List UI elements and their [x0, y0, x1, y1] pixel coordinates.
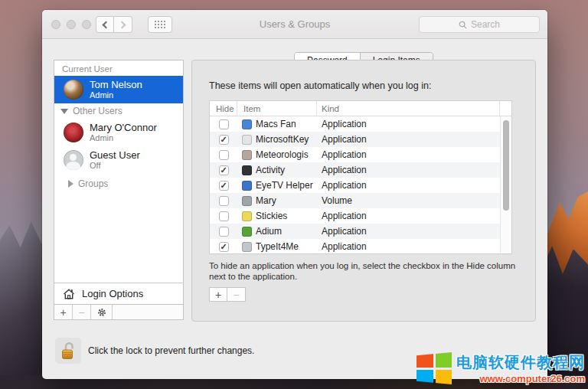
- sidebar-item-mary-oconnor[interactable]: Mary O'Connor Admin: [54, 119, 183, 146]
- search-icon: [459, 21, 467, 29]
- hide-checkbox[interactable]: [219, 227, 229, 237]
- item-kind: Application: [317, 180, 511, 191]
- table-header: Hide Item Kind: [210, 101, 511, 116]
- lock-button[interactable]: [55, 338, 81, 364]
- hide-checkbox[interactable]: [219, 211, 229, 221]
- search-placeholder: Search: [471, 19, 500, 30]
- watermark: 电脑软硬件教程网 www.computer26.com: [416, 352, 585, 384]
- item-name: Mary: [256, 195, 276, 206]
- groups-label: Groups: [78, 178, 108, 189]
- item-name: MicrosoftKey: [256, 134, 309, 145]
- hide-checkbox[interactable]: ✓: [219, 165, 229, 175]
- macs-fan-icon: [242, 119, 252, 129]
- column-header-kind[interactable]: Kind: [317, 101, 500, 116]
- hide-checkbox[interactable]: ✓: [219, 242, 229, 252]
- login-options-label: Login Options: [82, 288, 143, 299]
- item-name: Stickies: [256, 211, 287, 221]
- login-items-table: Hide Item Kind Macs Fan Application ✓ Mi…: [209, 100, 512, 254]
- volume-drive-icon: [242, 196, 252, 206]
- table-row[interactable]: ✓ TypeIt4Me Application: [210, 239, 511, 254]
- login-items-description: These items will open automatically when…: [209, 80, 431, 91]
- user-name: Guest User: [90, 149, 140, 161]
- other-users-label: Other Users: [73, 106, 122, 116]
- hide-note: To hide an application when you log in, …: [209, 260, 519, 282]
- avatar: [64, 150, 83, 170]
- eyetv-icon: [242, 181, 252, 191]
- item-kind: Application: [317, 165, 511, 175]
- table-row[interactable]: ✓ Activity Application: [210, 162, 511, 178]
- sidebar-item-tom-nelson[interactable]: Tom Nelson Admin: [54, 76, 183, 103]
- table-row[interactable]: Stickies Application: [210, 208, 511, 224]
- item-buttons: + −: [209, 287, 246, 302]
- unlocked-lock-icon: [59, 341, 77, 361]
- table-scrollbar[interactable]: [500, 116, 511, 253]
- login-options-button[interactable]: Login Options: [54, 283, 183, 304]
- hide-checkbox[interactable]: ✓: [219, 135, 229, 145]
- item-name: Adium: [256, 226, 282, 237]
- table-row[interactable]: Macs Fan Application: [210, 116, 511, 132]
- item-name: Activity: [256, 165, 285, 175]
- adium-icon: [242, 227, 252, 237]
- column-header-item[interactable]: Item: [237, 101, 317, 116]
- lock-caption: Click the lock to prevent further change…: [88, 345, 254, 356]
- table-row[interactable]: ✓ MicrosoftKey Application: [210, 132, 511, 147]
- watermark-site-url: www.computer26.com: [480, 373, 586, 384]
- table-row[interactable]: ✓ EyeTV Helper Application: [210, 178, 511, 193]
- titlebar[interactable]: Users & Groups Search: [42, 10, 547, 39]
- typeit4me-icon: [242, 242, 252, 252]
- remove-item-button[interactable]: −: [227, 287, 246, 302]
- hide-checkbox[interactable]: [219, 119, 229, 129]
- item-kind: Application: [317, 119, 511, 129]
- home-icon: [62, 288, 76, 300]
- column-header-hide[interactable]: Hide: [210, 101, 237, 116]
- avatar: [64, 80, 83, 100]
- toolbar-spacer: [113, 305, 183, 319]
- item-name: Meteorologis: [256, 149, 309, 160]
- item-name: EyeTV Helper: [256, 180, 313, 191]
- current-user-header: Current User: [54, 60, 183, 76]
- watermark-site-name: 电脑软硬件教程网: [456, 352, 585, 373]
- avatar: [64, 123, 83, 142]
- hide-checkbox[interactable]: ✓: [219, 181, 229, 191]
- item-kind: Application: [317, 241, 511, 252]
- logo-square-yellow: [436, 370, 452, 385]
- add-item-button[interactable]: +: [209, 287, 227, 302]
- table-row[interactable]: Meteorologis Application: [210, 147, 511, 162]
- user-list-toolbar: + −: [54, 305, 184, 320]
- disclosure-triangle-down-icon: [60, 109, 68, 114]
- scrollbar-thumb[interactable]: [503, 120, 509, 211]
- user-name: Tom Nelson: [90, 79, 142, 90]
- user-actions-button[interactable]: [91, 305, 113, 319]
- table-row[interactable]: Adium Application: [210, 224, 511, 239]
- sidebar-item-guest-user[interactable]: Guest User Off: [54, 146, 183, 174]
- login-items-pane: These items will open automatically when…: [191, 60, 536, 322]
- stickies-icon: [242, 211, 252, 221]
- item-kind: Application: [317, 149, 511, 160]
- user-role: Admin: [90, 90, 113, 100]
- scrollbar-header-cap: [500, 101, 511, 116]
- search-field[interactable]: Search: [419, 16, 540, 33]
- gear-icon: [96, 307, 107, 318]
- logo-square-blue: [416, 370, 433, 385]
- hide-checkbox[interactable]: [219, 150, 229, 160]
- disclosure-triangle-right-icon: [68, 180, 74, 188]
- meteorologist-icon: [242, 150, 252, 160]
- groups-disclosure[interactable]: Groups: [54, 176, 183, 191]
- table-row[interactable]: Mary Volume: [210, 193, 511, 208]
- user-list-sidebar: Current User Tom Nelson Admin Other User…: [54, 60, 184, 305]
- item-name: Macs Fan: [256, 119, 296, 129]
- hide-checkbox[interactable]: [219, 196, 229, 206]
- remove-user-button[interactable]: −: [73, 305, 91, 319]
- user-name: Mary O'Connor: [90, 122, 157, 133]
- other-users-disclosure[interactable]: Other Users: [54, 103, 183, 119]
- add-user-button[interactable]: +: [54, 305, 73, 319]
- activity-monitor-icon: [242, 165, 252, 175]
- user-role: Off: [90, 161, 100, 170]
- item-kind: Application: [317, 211, 511, 221]
- desktop: Users & Groups Search Current User Tom N…: [0, 0, 588, 389]
- item-kind: Volume: [317, 195, 511, 206]
- item-kind: Application: [317, 134, 511, 145]
- windows-logo-icon: [416, 352, 452, 384]
- microsoft-keyboard-icon: [242, 135, 252, 145]
- item-name: TypeIt4Me: [256, 241, 299, 252]
